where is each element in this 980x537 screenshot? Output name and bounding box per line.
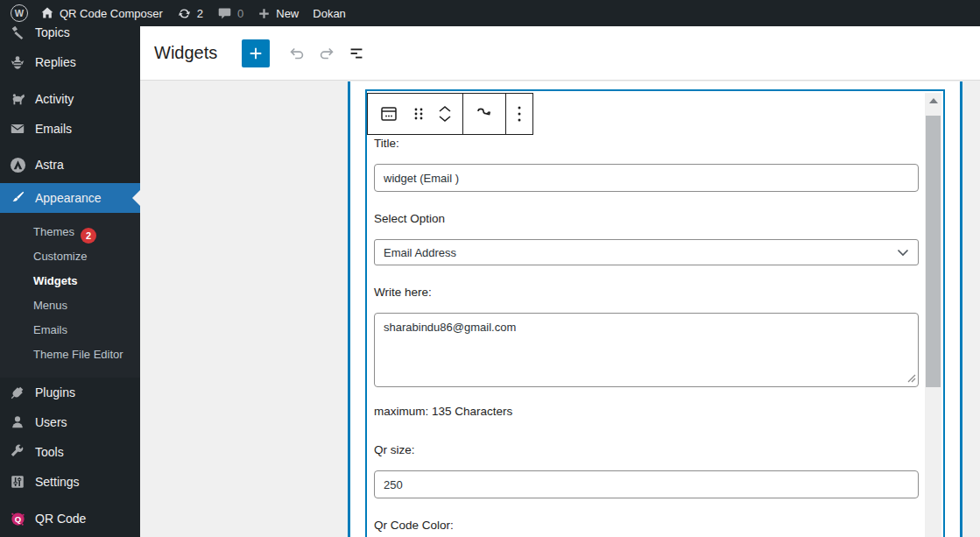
submenu-item-emails[interactable]: Emails <box>0 318 140 343</box>
redo-button[interactable] <box>312 39 342 68</box>
sidebar-item-tools[interactable]: Tools <box>0 437 140 467</box>
sidebar-item-emails[interactable]: Emails <box>0 114 140 144</box>
flow-arrow-icon <box>474 103 495 124</box>
block-options-button[interactable] <box>517 105 522 123</box>
max-characters-note: maximum: 135 Characters <box>374 405 919 418</box>
replies-bee-icon <box>9 54 26 70</box>
topics-icon <box>9 26 26 40</box>
svg-text:Q: Q <box>14 514 20 524</box>
site-menu[interactable]: QR Code Composer <box>40 6 163 20</box>
scrollbar-up-button[interactable] <box>925 93 941 108</box>
legacy-widget-form: Title: Select Option Email Address Write… <box>374 137 919 537</box>
comments-count: 0 <box>237 7 243 20</box>
sidebar-item-label: Users <box>35 415 67 429</box>
sidebar-item-plugins[interactable]: Plugins <box>0 378 140 407</box>
qr-code-plugin-icon: Q <box>9 511 26 527</box>
drag-handle-icon <box>412 106 426 122</box>
undo-button[interactable] <box>282 39 312 68</box>
admin-sidebar-menu: Topics Replies Activity <box>0 26 140 537</box>
new-content-menu[interactable]: New <box>257 7 299 20</box>
wrench-icon <box>9 444 26 460</box>
sidebar-item-replies[interactable]: Replies <box>0 47 140 77</box>
sidebar-item-astra[interactable]: Astra <box>0 150 140 180</box>
plus-icon <box>248 46 264 61</box>
title-input[interactable] <box>374 164 919 192</box>
drag-handle[interactable] <box>412 106 426 122</box>
qr-size-input[interactable] <box>374 470 919 498</box>
sidebar-item-label: Tools <box>35 445 64 459</box>
block-inserter-button[interactable] <box>242 39 270 67</box>
move-to-widget-area-button[interactable] <box>474 103 495 124</box>
submenu-item-menus[interactable]: Menus <box>0 293 140 318</box>
sidebar-item-activity[interactable]: Activity <box>0 84 140 114</box>
select-option-label: Select Option <box>374 212 919 225</box>
block-toolbar <box>367 93 533 135</box>
page-title: Widgets <box>154 43 217 63</box>
sidebar-item-label: Activity <box>35 92 74 106</box>
submenu-item-themes[interactable]: Themes2 <box>0 220 140 244</box>
sidebar-item-qr-code[interactable]: Q QR Code <box>0 504 140 533</box>
list-view-button[interactable] <box>342 39 371 68</box>
sidebar-item-label: Replies <box>35 55 76 69</box>
move-up-button[interactable] <box>438 105 452 113</box>
widget-icon <box>378 103 399 124</box>
new-label: New <box>276 7 299 20</box>
submenu-item-widgets[interactable]: Widgets <box>0 269 140 293</box>
appearance-submenu: Themes2 Customize Widgets Menus Emails T… <box>0 213 140 378</box>
write-here-label: Write here: <box>374 286 919 299</box>
sidebar-item-users[interactable]: Users <box>0 407 140 437</box>
plugin-icon <box>9 385 26 400</box>
sidebar-item-topics[interactable]: Topics <box>0 26 140 47</box>
sidebar-item-label: Astra <box>35 158 64 172</box>
admin-bar: W QR Code Composer 2 0 New Dokan <box>0 0 980 26</box>
sidebar-item-label: Plugins <box>35 385 75 399</box>
qr-size-label: Qr size: <box>374 443 919 456</box>
undo-icon <box>287 44 307 63</box>
editor-canvas: Title: Select Option Email Address Write… <box>140 81 980 537</box>
sidebar-item-label: Topics <box>35 26 70 39</box>
plus-icon <box>257 7 271 20</box>
legacy-widget-block[interactable]: Title: Select Option Email Address Write… <box>365 89 945 537</box>
chevron-down-icon <box>438 115 452 123</box>
selected-option: Email Address <box>384 246 456 259</box>
wordpress-logo-icon[interactable]: W <box>11 4 28 22</box>
themes-update-badge: 2 <box>81 228 96 244</box>
comments-menu[interactable]: 0 <box>217 6 243 20</box>
updates-menu[interactable]: 2 <box>177 6 203 21</box>
sidebar-item-label: Emails <box>35 122 72 136</box>
scroll-up-arrow-icon <box>929 98 938 103</box>
resize-grip-icon[interactable] <box>907 374 916 383</box>
chevron-down-icon <box>897 249 909 257</box>
envelope-icon <box>9 121 26 137</box>
redo-icon <box>317 44 336 63</box>
scrollbar-thumb[interactable] <box>926 116 941 387</box>
widgets-editor: Widgets <box>140 26 980 537</box>
kebab-menu-icon <box>517 105 522 123</box>
astra-logo-icon <box>9 157 26 173</box>
dokan-label: Dokan <box>313 7 346 20</box>
widget-block-type-button[interactable] <box>378 103 399 124</box>
comment-icon <box>217 6 232 20</box>
editor-header: Widgets <box>140 26 980 81</box>
updates-count: 2 <box>197 7 203 20</box>
sidebar-item-label: Settings <box>35 475 80 489</box>
submenu-item-theme-file-editor[interactable]: Theme File Editor <box>0 343 140 367</box>
paintbrush-icon <box>9 190 26 206</box>
move-down-button[interactable] <box>438 115 452 123</box>
sidebar-item-settings[interactable]: Settings <box>0 467 140 497</box>
sidebar-item-appearance[interactable]: Appearance <box>0 183 140 213</box>
option-select[interactable]: Email Address <box>374 239 919 265</box>
submenu-item-customize[interactable]: Customize <box>0 244 140 269</box>
title-label: Title: <box>374 137 919 150</box>
home-icon <box>40 6 54 20</box>
dokan-menu[interactable]: Dokan <box>313 7 346 20</box>
widget-form-scrollbar[interactable] <box>925 93 941 537</box>
content-textarea[interactable]: sharabindu86@gmail.com <box>374 313 919 387</box>
user-icon <box>9 414 26 430</box>
qr-color-label: Qr Code Color: <box>374 519 919 532</box>
sidebar-item-label: QR Code <box>35 512 86 526</box>
updates-icon <box>177 6 192 21</box>
widget-area-block[interactable]: Title: Select Option Email Address Write… <box>348 81 962 537</box>
activity-icon <box>9 91 26 107</box>
sidebar-item-label: Appearance <box>35 191 102 205</box>
